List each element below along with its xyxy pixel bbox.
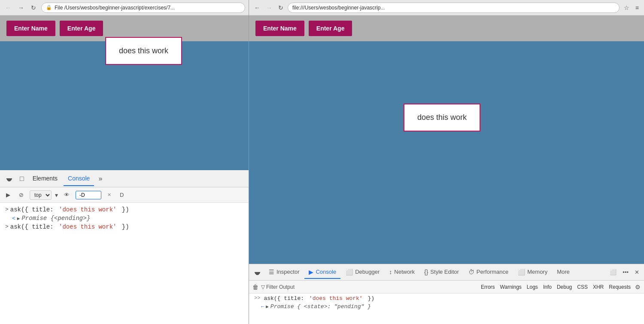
block-button-left[interactable]: ⊘ bbox=[16, 191, 26, 199]
string-1: 'does this work' bbox=[59, 206, 116, 213]
filter-input-left[interactable] bbox=[76, 191, 101, 199]
promise-triangle-1[interactable]: ▶ bbox=[17, 216, 20, 221]
return-arrow-bottom-1: ← bbox=[261, 304, 264, 310]
filter-label-bottom: ▽ Filter Output bbox=[261, 284, 295, 290]
filter-errors[interactable]: Errors bbox=[479, 284, 497, 290]
return-arrow-1: < bbox=[12, 215, 15, 222]
end-bottom-1: }) bbox=[365, 295, 374, 302]
filter-info[interactable]: Info bbox=[541, 284, 553, 290]
enter-name-button-left[interactable]: Enter Name bbox=[6, 21, 55, 36]
tab-more-bottom[interactable]: More bbox=[553, 266, 574, 278]
promise-text-bottom-1: Promise { <state>: "pending" } bbox=[270, 303, 371, 310]
enter-age-button-left[interactable]: Enter Age bbox=[60, 21, 103, 36]
promise-line-1: < ▶ Promise {<pending>} bbox=[5, 215, 243, 222]
console-icon-bottom: ▶ bbox=[309, 269, 313, 275]
end-1: }) bbox=[118, 206, 129, 213]
more-dots-btn[interactable]: ••• bbox=[620, 268, 631, 276]
tooltip-right: does this work bbox=[404, 104, 480, 131]
tab-style-editor-bottom[interactable]: {} Style Editor bbox=[420, 266, 463, 279]
more-tabs-button-left[interactable]: » bbox=[96, 173, 105, 184]
back-button-right[interactable]: ← bbox=[252, 3, 262, 12]
devtools-tabs-left: ⯋ □ Elements Console » bbox=[0, 170, 249, 187]
filter-close-left[interactable]: ✕ bbox=[105, 191, 114, 199]
console-line-1: > ask({ title: 'does this work' }) bbox=[5, 206, 243, 213]
address-text-right: file:///Users/wesbos/beginner-javascrip.… bbox=[292, 5, 615, 11]
code-1: ask({ title: bbox=[10, 206, 57, 213]
console-settings-btn[interactable]: ⚙ bbox=[635, 284, 641, 290]
memory-icon: ⬜ bbox=[518, 269, 525, 275]
tab-elements-left[interactable]: Elements bbox=[28, 171, 62, 186]
console-output-left: > ask({ title: 'does this work' }) < ▶ P… bbox=[0, 203, 249, 324]
prefix-1-bottom: >> bbox=[254, 295, 260, 301]
responsive-icon[interactable]: □ bbox=[17, 173, 27, 184]
string-2: 'does this work' bbox=[59, 223, 116, 230]
devtools-cursor-icon[interactable]: ⯋ bbox=[252, 267, 264, 278]
d-btn-left[interactable]: D bbox=[117, 191, 126, 199]
context-selector-left[interactable]: top bbox=[30, 190, 52, 200]
lock-icon-left: 🔒 bbox=[46, 5, 52, 10]
tab-inspector-bottom[interactable]: ☰ Inspector bbox=[264, 266, 304, 279]
address-text-left: File /Users/wesbos/beginner-javascript/e… bbox=[55, 5, 240, 11]
tab-memory-bottom[interactable]: ⬜ Memory bbox=[513, 266, 552, 279]
page-header-right: Enter Name Enter Age bbox=[249, 15, 644, 41]
arrow-2: > bbox=[5, 223, 9, 230]
tab-performance-bottom[interactable]: ⏱ Performance bbox=[464, 266, 513, 279]
tab-network-bottom[interactable]: ↕ Network bbox=[385, 266, 419, 279]
clear-console-btn[interactable]: 🗑 bbox=[252, 284, 258, 290]
filter-xhr[interactable]: XHR bbox=[591, 284, 605, 290]
bookmark-btn[interactable]: ☆ bbox=[622, 3, 631, 12]
filter-requests[interactable]: Requests bbox=[607, 284, 632, 290]
page-preview-right: Enter Name Enter Age does this work bbox=[249, 15, 644, 264]
console-toolbar-left: ▶ ⊘ top ▾ 👁 ✕ D bbox=[0, 187, 249, 203]
debugger-icon: ⬜ bbox=[346, 269, 353, 275]
responsive-icon-bottom[interactable]: ⬜ bbox=[608, 268, 619, 276]
browser-bar-right: ← → ↻ file:///Users/wesbos/beginner-java… bbox=[249, 0, 644, 15]
browser-bar-left: ← → ↻ 🔒 File /Users/wesbos/beginner-java… bbox=[0, 0, 249, 15]
filter-funnel-icon: ▽ bbox=[261, 284, 265, 290]
enter-name-button-right[interactable]: Enter Name bbox=[255, 21, 304, 36]
close-devtools-btn[interactable]: ✕ bbox=[632, 268, 641, 276]
devtools-tabs-bottom: ⯋ ☰ Inspector ▶ Console ⬜ Debugger ↕ Net… bbox=[249, 264, 644, 281]
eye-icon-left[interactable]: 👁 bbox=[61, 191, 72, 199]
code-bottom-1: ask({ title: bbox=[264, 295, 307, 302]
promise-text-1: Promise {<pending>} bbox=[21, 215, 90, 222]
filter-logs[interactable]: Logs bbox=[525, 284, 540, 290]
page-preview-left: Enter Name Enter Age does this work bbox=[0, 15, 249, 170]
devtools-bottom: ⯋ ☰ Inspector ▶ Console ⬜ Debugger ↕ Net… bbox=[249, 264, 644, 324]
network-icon: ↕ bbox=[389, 269, 392, 275]
tab-console-bottom[interactable]: ▶ Console bbox=[304, 266, 340, 279]
filter-css[interactable]: CSS bbox=[575, 284, 589, 290]
right-panel: ← → ↻ file:///Users/wesbos/beginner-java… bbox=[249, 0, 644, 324]
inspector-cursor-icon[interactable]: ⯋ bbox=[3, 173, 15, 184]
filter-debug[interactable]: Debug bbox=[555, 284, 574, 290]
filter-warnings[interactable]: Warnings bbox=[498, 284, 523, 290]
reload-button-left[interactable]: ↻ bbox=[29, 3, 38, 12]
tab-console-left[interactable]: Console bbox=[64, 171, 94, 186]
tab-debugger-bottom[interactable]: ⬜ Debugger bbox=[341, 266, 384, 279]
inspector-icon: ☰ bbox=[269, 269, 274, 275]
forward-button-left[interactable]: → bbox=[16, 3, 26, 12]
enter-age-button-right[interactable]: Enter Age bbox=[309, 21, 352, 36]
address-bar-right[interactable]: file:///Users/wesbos/beginner-javascrip.… bbox=[288, 3, 620, 13]
end-2: }) bbox=[118, 223, 129, 230]
promise-line-bottom-1: ← ▶ Promise { <state>: "pending" } bbox=[254, 303, 639, 310]
address-bar-left[interactable]: 🔒 File /Users/wesbos/beginner-javascript… bbox=[41, 3, 245, 13]
console-line-2: > ask({ title: 'does this work' }) bbox=[5, 223, 243, 230]
string-bottom-1: 'does this work' bbox=[309, 295, 363, 302]
filter-tags: Errors Warnings Logs Info Debug CSS XHR … bbox=[479, 284, 632, 290]
menu-btn-right[interactable]: ≡ bbox=[634, 3, 641, 12]
console-line-bottom-1: >> ask({ title: 'does this work' }) bbox=[254, 295, 639, 302]
back-button-left[interactable]: ← bbox=[3, 3, 13, 12]
console-toolbar-bottom: 🗑 ▽ Filter Output Errors Warnings Logs I… bbox=[249, 281, 644, 293]
reload-button-right[interactable]: ↻ bbox=[276, 3, 285, 12]
run-button-left[interactable]: ▶ bbox=[3, 191, 13, 199]
devtools-right-buttons: ⬜ ••• ✕ bbox=[608, 268, 641, 276]
console-output-bottom: >> ask({ title: 'does this work' }) ← ▶ … bbox=[249, 293, 644, 324]
performance-icon: ⏱ bbox=[468, 269, 474, 275]
forward-button-right[interactable]: → bbox=[264, 3, 274, 12]
tooltip-left: does this work bbox=[105, 37, 182, 65]
promise-triangle-bottom-1[interactable]: ▶ bbox=[266, 304, 269, 309]
devtools-panel-left: ⯋ □ Elements Console » ▶ ⊘ top ▾ 👁 ✕ D bbox=[0, 170, 249, 324]
arrow-1: > bbox=[5, 206, 9, 213]
style-icon: {} bbox=[424, 269, 428, 275]
